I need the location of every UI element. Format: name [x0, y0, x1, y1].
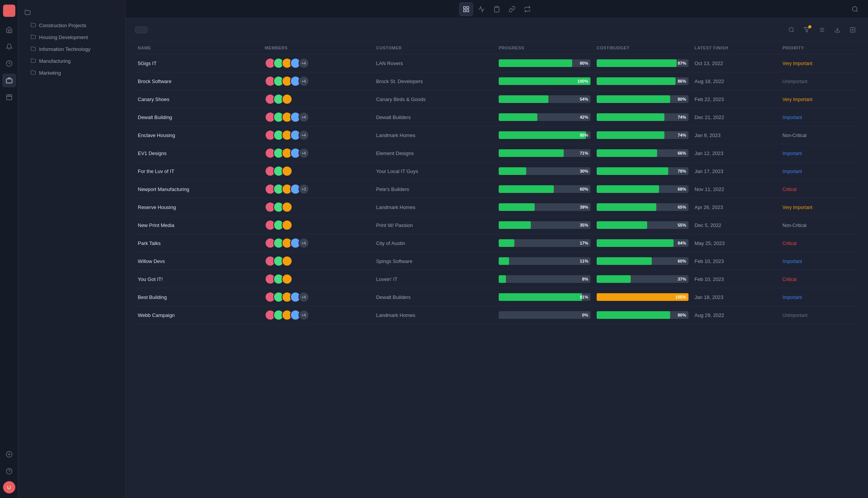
sidebar-item[interactable]: Manufacturing — [18, 55, 125, 67]
project-progress: 0% — [496, 306, 594, 324]
toolbar-link-icon[interactable] — [505, 2, 519, 16]
toolbar-grid-icon[interactable] — [459, 2, 473, 16]
nav-notifications[interactable] — [2, 40, 16, 54]
table-row[interactable]: EV1 Designs+4Element Designs 71% 66% Jan… — [135, 144, 859, 162]
sidebar-item[interactable]: Marketing — [18, 67, 125, 79]
progress-bar: 11% — [499, 257, 591, 265]
header-search-icon[interactable] — [785, 24, 798, 36]
progress-bar: 60% — [597, 257, 689, 265]
table-header-cell: PRIORITY — [780, 42, 859, 54]
table-row[interactable]: Reserve HousingLandmark Homes 39% 65% Ap… — [135, 198, 859, 216]
progress-label: 0% — [582, 313, 588, 317]
project-priority: Important — [780, 108, 859, 126]
progress-label: 86% — [678, 79, 686, 83]
toolbar-flow-icon[interactable] — [520, 2, 534, 16]
progress-label: 91% — [580, 295, 588, 299]
project-progress: 42% — [496, 108, 594, 126]
nav-add[interactable] — [2, 447, 16, 461]
app-logo[interactable] — [3, 5, 15, 17]
project-finish: Jan 17, 2023 — [692, 162, 780, 180]
progress-bar: 80% — [597, 95, 689, 103]
nav-briefcase[interactable] — [2, 90, 16, 104]
progress-label: 30% — [580, 169, 588, 173]
member-avatars: +4 — [265, 130, 370, 140]
project-members — [262, 270, 373, 288]
project-priority: Important — [780, 162, 859, 180]
progress-bar: 8% — [499, 275, 591, 283]
header-import-icon[interactable] — [847, 24, 859, 36]
toolbar-chart-icon[interactable] — [475, 2, 488, 16]
sidebar-all-projects[interactable] — [18, 6, 125, 20]
priority-badge: Very Important — [783, 205, 813, 210]
progress-bar: 17% — [499, 239, 591, 247]
table-row[interactable]: Newport Manufacturing+3Pete's Builders 6… — [135, 180, 859, 198]
progress-bar: 95% — [499, 131, 591, 139]
table-row[interactable]: Best Building+4Dewalt Builders 91% 105% … — [135, 288, 859, 306]
avatar-count: +3 — [299, 184, 309, 194]
content-header — [126, 18, 868, 42]
project-finish: Nov 11, 2022 — [692, 180, 780, 198]
project-name: Reserve Housing — [135, 198, 262, 216]
member-avatars — [265, 274, 370, 284]
table-row[interactable]: You Got IT!Lovein' IT 8% 37% Feb 10, 202… — [135, 270, 859, 288]
project-customer: Brock St. Developers — [373, 72, 496, 90]
nav-time[interactable] — [2, 57, 16, 70]
project-customer: Spings Software — [373, 252, 496, 270]
table-row[interactable]: For the Luv of ITYour Local IT Guys 30% … — [135, 162, 859, 180]
table-row[interactable]: Webb Campaign+4Landmark Homes 0% 80% Aug… — [135, 306, 859, 324]
project-progress: 95% — [496, 126, 594, 144]
member-avatars — [265, 94, 370, 104]
progress-bar: 80% — [499, 59, 591, 67]
svg-line-16 — [793, 31, 794, 32]
nav-help[interactable] — [2, 464, 16, 478]
toolbar-search-icon[interactable] — [848, 2, 862, 16]
nav-home[interactable] — [2, 23, 16, 37]
project-priority: Non-Critical — [780, 216, 859, 234]
sidebar-item[interactable]: Housing Development — [18, 31, 125, 43]
table-row[interactable]: Enclave Housing+4Landmark Homes 95% 74% … — [135, 126, 859, 144]
svg-rect-8 — [463, 7, 465, 8]
sidebar-item[interactable]: Information Technology — [18, 43, 125, 55]
project-finish: Aug 29, 2022 — [692, 306, 780, 324]
table-row[interactable]: Brock Software+4Brock St. Developers 100… — [135, 72, 859, 90]
project-cost: 105% — [594, 288, 692, 306]
progress-label: 95% — [580, 133, 588, 137]
progress-bar: 0% — [499, 311, 591, 319]
header-settings-icon[interactable] — [816, 24, 828, 36]
table-row[interactable]: 5Gigs IT+4LAN Rovers 80% 87% Oct 13, 202… — [135, 54, 859, 72]
progress-bar: 60% — [499, 185, 591, 193]
progress-bar: 55% — [597, 221, 689, 229]
progress-bar: 71% — [499, 149, 591, 157]
table-row[interactable]: Dewalt Building+4Dewalt Builders 42% 74%… — [135, 108, 859, 126]
avatar-count: +4 — [299, 148, 309, 158]
header-filter-icon[interactable] — [801, 24, 813, 36]
project-customer: Element Designs — [373, 144, 496, 162]
priority-badge: Very Important — [783, 61, 813, 66]
project-progress: 100% — [496, 72, 594, 90]
progress-label: 11% — [580, 259, 588, 263]
avatar — [282, 220, 292, 230]
project-members: +4 — [262, 108, 373, 126]
toolbar-clipboard-icon[interactable] — [490, 2, 504, 16]
progress-bar: 74% — [597, 131, 689, 139]
header-actions — [785, 24, 859, 36]
project-cost: 74% — [594, 108, 692, 126]
project-customer: Canary Birds & Goods — [373, 90, 496, 108]
table-row[interactable]: Willow DevsSpings Software 11% 60% Feb 1… — [135, 252, 859, 270]
user-avatar[interactable]: U — [3, 481, 15, 493]
priority-badge: Unimportant — [783, 79, 808, 84]
project-customer: Pete's Builders — [373, 180, 496, 198]
project-cost: 60% — [594, 252, 692, 270]
header-export-icon[interactable] — [831, 24, 844, 36]
project-members: +4 — [262, 144, 373, 162]
nav-projects[interactable] — [2, 73, 16, 87]
project-priority: Very Important — [780, 90, 859, 108]
table-row[interactable]: Canary ShoesCanary Birds & Goods 54% 80%… — [135, 90, 859, 108]
progress-label: 105% — [675, 295, 686, 299]
sidebar-item[interactable]: Construction Projects — [18, 20, 125, 31]
progress-label: 55% — [678, 223, 686, 227]
table-row[interactable]: New Print MediaPrint W/ Passion 35% 55% … — [135, 216, 859, 234]
table-row[interactable]: Park Talks+4City of Austin 17% 84% May 2… — [135, 234, 859, 252]
new-project-button[interactable] — [135, 26, 148, 33]
project-progress: 71% — [496, 144, 594, 162]
